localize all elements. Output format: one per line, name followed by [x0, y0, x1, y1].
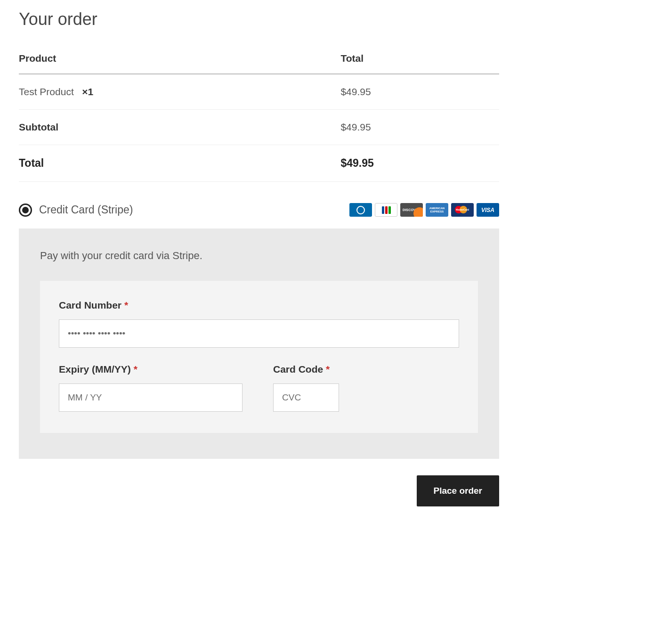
card-number-field: Card Number * — [59, 300, 459, 348]
diners-icon — [349, 203, 372, 217]
card-number-input[interactable] — [59, 319, 459, 348]
payment-method-row: Credit Card (Stripe) DISCOVER AMERICANEX… — [19, 198, 499, 228]
page-title: Your order — [19, 9, 499, 29]
total-row: Total $49.95 — [19, 145, 499, 182]
payment-box: Pay with your credit card via Stripe. Ca… — [19, 228, 499, 459]
payment-description: Pay with your credit card via Stripe. — [40, 250, 478, 262]
col-header-product: Product — [19, 46, 340, 74]
product-qty: 1 — [88, 86, 94, 97]
line-total: $49.95 — [340, 74, 499, 110]
order-summary-table: Product Total Test Product ×1 $49.95 Sub… — [19, 46, 499, 182]
cvc-field: Card Code * — [273, 364, 344, 412]
table-row: Test Product ×1 $49.95 — [19, 74, 499, 110]
cvc-input[interactable] — [273, 383, 339, 412]
amex-icon: AMERICANEXPRESS — [426, 203, 448, 217]
col-header-total: Total — [340, 46, 499, 74]
subtotal-value: $49.95 — [340, 110, 499, 145]
expiry-input[interactable] — [59, 383, 243, 412]
jcb-icon — [375, 203, 397, 217]
footer-actions: Place order — [19, 475, 499, 506]
expiry-label: Expiry (MM/YY) * — [59, 364, 243, 375]
product-qty-prefix: × — [82, 86, 88, 97]
expiry-field: Expiry (MM/YY) * — [59, 364, 243, 412]
subtotal-row: Subtotal $49.95 — [19, 110, 499, 145]
total-value: $49.95 — [340, 145, 499, 182]
total-label: Total — [19, 145, 340, 182]
card-brand-logos: DISCOVER AMERICANEXPRESS MasterCard VISA — [349, 203, 499, 217]
card-form: Card Number * Expiry (MM/YY) * Card Code… — [40, 281, 478, 433]
payment-method-label: Credit Card (Stripe) — [39, 204, 133, 216]
payment-method-radio[interactable] — [19, 204, 32, 217]
product-name: Test Product — [19, 86, 74, 97]
place-order-button[interactable]: Place order — [417, 475, 500, 506]
discover-icon: DISCOVER — [400, 203, 423, 217]
mastercard-icon: MasterCard — [451, 203, 474, 217]
subtotal-label: Subtotal — [19, 110, 340, 145]
cvc-label: Card Code * — [273, 364, 344, 375]
visa-icon: VISA — [477, 203, 499, 217]
card-number-label: Card Number * — [59, 300, 459, 311]
